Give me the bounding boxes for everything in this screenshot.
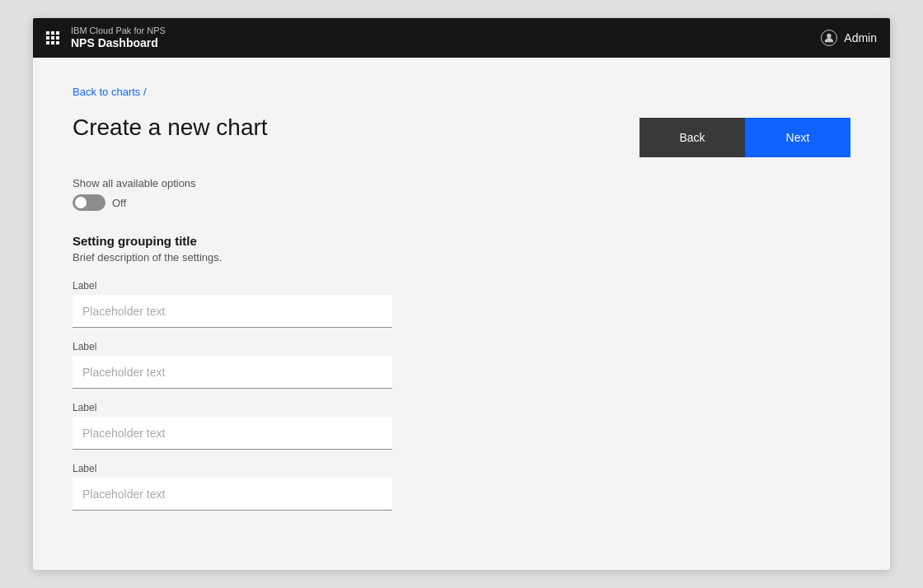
breadcrumb[interactable]: Back to charts / bbox=[73, 86, 147, 98]
back-button[interactable]: Back bbox=[640, 118, 745, 157]
field-group-0: Label bbox=[73, 280, 850, 328]
toggle-thumb bbox=[75, 197, 87, 208]
toggle-wrapper: Off bbox=[73, 194, 850, 211]
settings-group-desc: Brief description of the settings. bbox=[73, 251, 850, 264]
toggle-label: Show all available options bbox=[73, 177, 850, 189]
grid-icon[interactable] bbox=[46, 31, 59, 44]
settings-group-title: Setting grouping title bbox=[73, 234, 850, 248]
svg-point-0 bbox=[827, 34, 832, 38]
field-label-3: Label bbox=[73, 463, 850, 474]
app-name-group: IBM Cloud Pak for NPS NPS Dashboard bbox=[71, 26, 166, 50]
top-nav: IBM Cloud Pak for NPS NPS Dashboard Admi… bbox=[33, 18, 890, 58]
toggle-row: Show all available options Off bbox=[73, 177, 850, 211]
field-label-0: Label bbox=[73, 280, 850, 292]
field-label-2: Label bbox=[73, 402, 850, 413]
toggle-track bbox=[73, 194, 105, 211]
field-input-3[interactable] bbox=[73, 478, 392, 511]
app-subtitle: IBM Cloud Pak for NPS bbox=[71, 26, 166, 36]
next-button[interactable]: Next bbox=[745, 118, 850, 157]
nav-right: Admin bbox=[821, 30, 877, 46]
fields-container: LabelLabelLabelLabel bbox=[73, 280, 850, 511]
page-content: Back to charts / Create a new chart Back… bbox=[33, 58, 890, 570]
field-input-2[interactable] bbox=[73, 417, 392, 450]
field-input-1[interactable] bbox=[73, 356, 392, 389]
toggle-switch[interactable] bbox=[73, 194, 105, 211]
header-actions: Back Next bbox=[640, 118, 850, 157]
toggle-state: Off bbox=[112, 197, 126, 209]
nav-left: IBM Cloud Pak for NPS NPS Dashboard bbox=[46, 26, 166, 50]
field-group-3: Label bbox=[73, 463, 850, 511]
user-icon bbox=[821, 30, 837, 46]
settings-group: Setting grouping title Brief description… bbox=[73, 234, 850, 511]
field-label-1: Label bbox=[73, 341, 850, 352]
app-window: IBM Cloud Pak for NPS NPS Dashboard Admi… bbox=[33, 18, 890, 570]
field-group-2: Label bbox=[73, 402, 850, 450]
field-group-1: Label bbox=[73, 341, 850, 389]
page-header: Create a new chart Back Next bbox=[73, 114, 850, 157]
app-title: NPS Dashboard bbox=[71, 36, 166, 50]
admin-label: Admin bbox=[844, 31, 877, 44]
field-input-0[interactable] bbox=[73, 295, 392, 328]
page-title: Create a new chart bbox=[73, 114, 268, 141]
